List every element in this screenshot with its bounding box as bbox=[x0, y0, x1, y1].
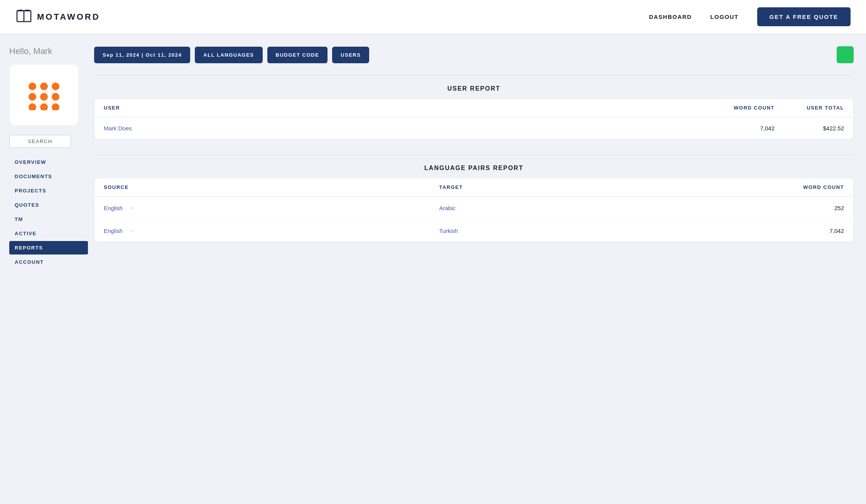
user-name-cell[interactable]: Mark Does bbox=[104, 125, 705, 131]
sidebar: Hello, Mark SEARCH OVERVIEW DOCUMENTS PR… bbox=[9, 46, 94, 492]
header: MOTAWORD DASHBOARD LOGOUT GET A FREE QUO… bbox=[0, 0, 866, 34]
users-filter-button[interactable]: USERS bbox=[332, 47, 369, 63]
lang-section-divider bbox=[94, 155, 854, 155]
arrow-icon-0: → bbox=[129, 204, 135, 211]
logo-text: MOTAWORD bbox=[37, 12, 100, 22]
logo-area: MOTAWORD bbox=[15, 8, 100, 25]
word-count-cell: 7,042 bbox=[705, 125, 775, 131]
svg-point-6 bbox=[52, 93, 59, 101]
sidebar-item-reports[interactable]: REPORTS bbox=[9, 241, 88, 255]
header-nav: DASHBOARD LOGOUT GET A FREE QUOTE bbox=[649, 7, 851, 26]
svg-point-2 bbox=[40, 83, 48, 90]
company-logo-icon bbox=[25, 79, 63, 110]
main-content: Sep 11, 2024 | Oct 11, 2024 ALL LANGUAGE… bbox=[94, 46, 854, 492]
sidebar-item-quotes[interactable]: QUOTES bbox=[9, 198, 88, 212]
logout-link[interactable]: LOGOUT bbox=[710, 13, 738, 20]
svg-point-5 bbox=[40, 93, 48, 101]
lang-table-header: SOURCE TARGET WORD COUNT bbox=[95, 178, 853, 197]
get-free-quote-button[interactable]: GET A FREE QUOTE bbox=[757, 7, 851, 26]
svg-point-3 bbox=[52, 83, 59, 90]
date-range-filter-button[interactable]: Sep 11, 2024 | Oct 11, 2024 bbox=[94, 47, 190, 63]
table-row: Mark Does 7,042 $422.52 bbox=[95, 117, 853, 139]
sidebar-item-overview[interactable]: OVERVIEW bbox=[9, 155, 88, 169]
target-col-header: TARGET bbox=[439, 184, 775, 190]
svg-point-9 bbox=[52, 103, 59, 110]
sidebar-item-documents[interactable]: DOCUMENTS bbox=[9, 170, 88, 183]
book-icon bbox=[15, 8, 32, 25]
sidebar-item-account[interactable]: ACCOUNT bbox=[9, 255, 88, 269]
source-lang-1: English bbox=[104, 228, 123, 234]
language-pairs-report-section: LANGUAGE PAIRS REPORT SOURCE TARGET WORD… bbox=[94, 155, 854, 242]
source-lang-0: English bbox=[104, 205, 123, 211]
svg-point-7 bbox=[29, 103, 36, 110]
lang-word-count-0: 252 bbox=[775, 205, 844, 211]
user-total-col-header: USER TOTAL bbox=[775, 105, 844, 111]
dashboard-link[interactable]: DASHBOARD bbox=[649, 13, 692, 20]
sidebar-item-projects[interactable]: PROJECTS bbox=[9, 184, 88, 197]
target-lang-1: Turkish bbox=[439, 228, 775, 234]
svg-point-4 bbox=[29, 93, 36, 101]
budget-code-filter-button[interactable]: BUDGET CODE bbox=[267, 47, 328, 63]
lang-word-count-col-header: WORD COUNT bbox=[775, 184, 844, 190]
user-report-title: USER REPORT bbox=[94, 85, 854, 92]
section-divider bbox=[94, 76, 854, 76]
target-lang-0: Arabic bbox=[439, 205, 775, 211]
sidebar-item-active[interactable]: ACTIVE bbox=[9, 227, 88, 240]
table-row: English → Arabic 252 bbox=[95, 197, 853, 219]
word-count-col-header: WORD COUNT bbox=[705, 105, 775, 111]
language-pairs-table: SOURCE TARGET WORD COUNT English → Arabi… bbox=[94, 178, 854, 242]
sidebar-nav: OVERVIEW DOCUMENTS PROJECTS QUOTES TM AC… bbox=[9, 155, 88, 269]
languages-filter-button[interactable]: ALL LANGUAGES bbox=[195, 47, 262, 63]
filter-bar: Sep 11, 2024 | Oct 11, 2024 ALL LANGUAGE… bbox=[94, 46, 854, 63]
user-col-header: USER bbox=[104, 105, 705, 111]
greeting: Hello, Mark bbox=[9, 46, 88, 56]
source-cell-0: English → bbox=[104, 204, 439, 211]
svg-point-8 bbox=[40, 103, 48, 110]
user-report-table: USER WORD COUNT USER TOTAL Mark Does 7,0… bbox=[94, 98, 854, 140]
search-input[interactable]: SEARCH bbox=[9, 135, 71, 148]
green-action-button[interactable] bbox=[837, 46, 854, 63]
language-pairs-report-title: LANGUAGE PAIRS REPORT bbox=[94, 165, 854, 172]
source-col-header: SOURCE bbox=[104, 184, 439, 190]
avatar-container bbox=[9, 64, 79, 126]
svg-point-1 bbox=[29, 83, 36, 90]
lang-word-count-1: 7,042 bbox=[775, 228, 844, 234]
table-row: English → Turkish 7,042 bbox=[95, 219, 853, 242]
user-total-cell: $422.52 bbox=[775, 125, 844, 131]
source-cell-1: English → bbox=[104, 227, 439, 234]
user-table-header: USER WORD COUNT USER TOTAL bbox=[95, 99, 853, 117]
arrow-icon-1: → bbox=[129, 227, 135, 234]
sidebar-item-tm[interactable]: TM bbox=[9, 212, 88, 226]
user-report-section: USER REPORT USER WORD COUNT USER TOTAL M… bbox=[94, 76, 854, 140]
main-layout: Hello, Mark SEARCH OVERVIEW DOCUMENTS PR… bbox=[0, 34, 866, 504]
